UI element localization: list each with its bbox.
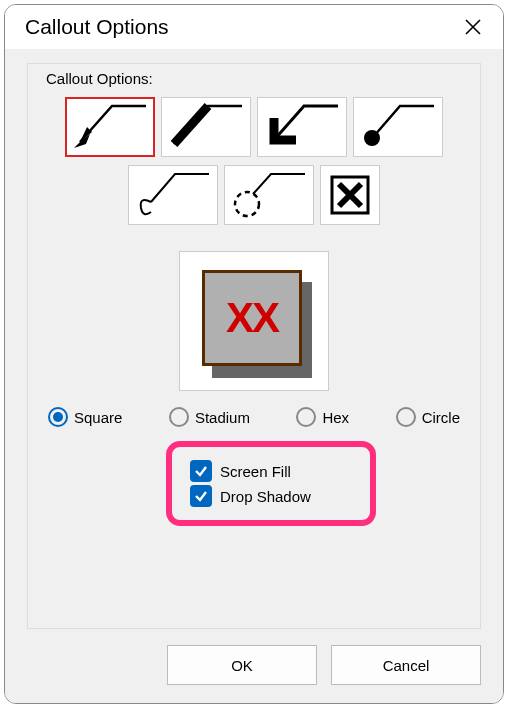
style-arrow-pointer[interactable] [65,97,155,157]
dialog-body: Callout Options: [5,49,503,703]
radio-hex[interactable]: Hex [296,407,349,427]
button-label: OK [231,657,253,674]
button-row: OK Cancel [27,629,481,685]
style-line-dot[interactable] [353,97,443,157]
checkbox-label: Drop Shadow [220,488,311,505]
radio-square[interactable]: Square [48,407,122,427]
radio-circle[interactable]: Circle [396,407,460,427]
shape-radio-group: Square Stadium Hex Circle [46,407,462,427]
group-label: Callout Options: [46,70,462,87]
style-row-1 [46,97,462,157]
radio-label: Hex [322,409,349,426]
style-row-2 [46,165,462,225]
highlight-annotation: Screen Fill Drop Shadow [166,441,376,526]
button-label: Cancel [383,657,430,674]
chevron-arrow-icon [260,100,344,154]
curl-line-icon [131,168,215,222]
style-dash-circle[interactable] [224,165,314,225]
checkmark-icon [194,464,208,478]
preview-square: XX [202,270,302,366]
x-box-icon [327,172,373,218]
cancel-button[interactable]: Cancel [331,645,481,685]
radio-circle-icon [48,407,68,427]
style-x-box[interactable] [320,165,380,225]
radio-circle-icon [169,407,189,427]
checkbox-box [190,460,212,482]
callout-preview: XX [179,251,329,391]
close-button[interactable] [461,15,485,39]
ok-button[interactable]: OK [167,645,317,685]
style-thick-line[interactable] [161,97,251,157]
checkbox-box [190,485,212,507]
checkmark-icon [194,489,208,503]
arrow-pointer-icon [68,100,152,154]
radio-circle-icon [396,407,416,427]
callout-options-group: Callout Options: [27,63,481,629]
svg-point-6 [235,192,259,216]
svg-line-4 [174,106,208,144]
checkbox-label: Screen Fill [220,463,291,480]
window-title: Callout Options [25,15,169,39]
thick-line-icon [164,100,248,154]
style-curl-line[interactable] [128,165,218,225]
radio-label: Circle [422,409,460,426]
checkbox-screen-fill[interactable]: Screen Fill [190,460,352,482]
titlebar: Callout Options [5,5,503,49]
close-icon [464,18,482,36]
callout-options-dialog: Callout Options Callout Options: [4,4,504,704]
checkbox-drop-shadow[interactable]: Drop Shadow [190,485,352,507]
dash-circle-icon [227,168,311,222]
radio-label: Stadium [195,409,250,426]
radio-circle-icon [296,407,316,427]
line-dot-icon [356,100,440,154]
style-chevron-arrow[interactable] [257,97,347,157]
radio-label: Square [74,409,122,426]
radio-stadium[interactable]: Stadium [169,407,250,427]
svg-point-5 [364,130,380,146]
svg-marker-3 [74,134,90,148]
preview-text: XX [226,294,278,342]
